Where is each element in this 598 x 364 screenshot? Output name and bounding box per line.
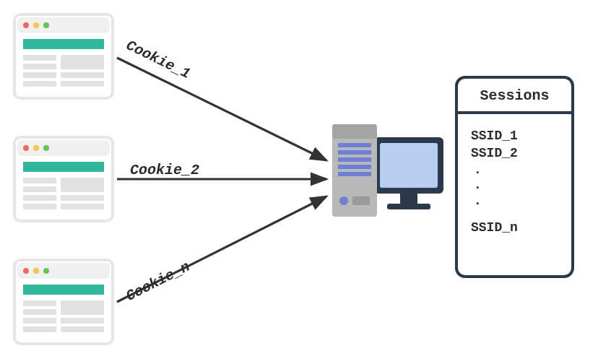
svg-rect-21 [23,195,56,201]
svg-rect-35 [23,326,56,332]
svg-point-28 [23,268,29,274]
svg-rect-37 [61,318,104,324]
svg-rect-27 [17,263,110,279]
svg-rect-44 [332,124,377,139]
session-item: SSID_1 [471,127,571,144]
svg-point-30 [43,268,49,274]
arrow-label-1: Cookie_1 [124,37,193,82]
svg-rect-34 [23,318,56,324]
arrow-label-2: Cookie_2 [130,162,199,178]
browser-window-1 [13,13,114,100]
svg-rect-23 [61,178,104,192]
server-icon [325,116,448,238]
session-ellipsis: . [474,194,571,209]
svg-rect-22 [23,204,56,209]
svg-point-16 [33,145,39,151]
svg-point-17 [43,145,49,151]
browser-window-n [13,259,114,345]
svg-rect-18 [23,162,104,172]
arrow-label-n: Cookie_n [124,259,193,305]
session-item: SSID_n [471,219,571,236]
svg-rect-45 [338,143,371,147]
svg-rect-47 [338,157,371,162]
svg-point-4 [43,22,49,28]
svg-rect-6 [23,55,56,61]
svg-rect-11 [61,72,104,78]
svg-rect-8 [23,72,56,78]
svg-rect-32 [23,300,56,306]
svg-rect-48 [338,165,371,169]
sessions-title: Sessions [458,79,571,114]
svg-rect-40 [380,143,438,188]
svg-rect-12 [61,81,104,87]
svg-rect-19 [23,178,56,183]
svg-rect-25 [61,204,104,209]
svg-rect-9 [23,81,56,87]
svg-rect-41 [400,194,417,204]
svg-rect-7 [23,64,56,69]
svg-point-3 [33,22,39,28]
arrow-cookie-1 [117,58,326,160]
svg-rect-1 [17,17,110,33]
svg-rect-31 [23,285,104,295]
svg-rect-42 [387,204,430,209]
svg-rect-14 [17,140,110,156]
session-item: SSID_2 [471,144,571,162]
svg-rect-38 [61,326,104,332]
browser-window-2 [13,136,114,222]
svg-rect-51 [352,196,370,205]
svg-rect-36 [61,300,104,315]
sessions-panel: Sessions SSID_1 SSID_2 . . . SSID_n [455,76,574,278]
sessions-body: SSID_1 SSID_2 . . . SSID_n [458,114,571,237]
svg-rect-49 [338,172,371,176]
svg-rect-24 [61,195,104,201]
svg-rect-10 [61,55,104,69]
svg-point-2 [23,22,29,28]
session-ellipsis: . [474,178,571,194]
svg-rect-20 [23,186,56,192]
diagram-canvas: Cookie_1 Cookie_2 Cookie_n Sessions SSID… [0,0,598,364]
svg-rect-46 [338,150,371,155]
svg-point-29 [33,268,39,274]
svg-rect-33 [23,309,56,315]
svg-point-50 [339,196,348,205]
session-ellipsis: . [474,162,571,178]
svg-rect-5 [23,39,104,49]
svg-point-15 [23,145,29,151]
